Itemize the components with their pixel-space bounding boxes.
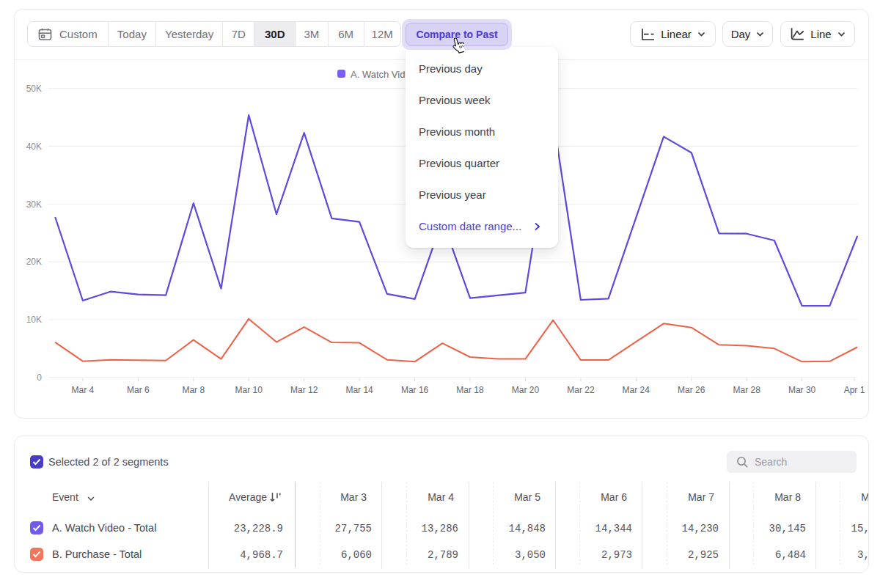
svg-text:Mar 6: Mar 6 [127,385,150,395]
svg-text:40K: 40K [26,142,42,152]
svg-text:Mar 24: Mar 24 [623,385,650,395]
svg-text:Mar 4: Mar 4 [72,385,95,395]
svg-text:0: 0 [37,372,42,383]
svg-text:Mar 8: Mar 8 [182,385,205,395]
svg-text:Mar 30: Mar 30 [788,385,816,395]
svg-text:20K: 20K [26,257,42,267]
svg-text:10K: 10K [26,315,42,325]
svg-text:Mar 14: Mar 14 [345,385,373,395]
svg-text:Apr 1: Apr 1 [844,385,865,395]
svg-text:Mar 18: Mar 18 [456,385,484,395]
svg-text:Mar 22: Mar 22 [567,385,595,395]
svg-text:Mar 26: Mar 26 [678,385,705,395]
svg-text:Mar 16: Mar 16 [401,385,429,395]
svg-text:30K: 30K [26,199,42,210]
svg-text:50K: 50K [26,84,42,94]
svg-text:Mar 20: Mar 20 [512,385,540,395]
svg-text:Mar 12: Mar 12 [290,385,318,395]
svg-text:Mar 28: Mar 28 [733,385,761,395]
svg-text:Mar 10: Mar 10 [235,385,263,395]
